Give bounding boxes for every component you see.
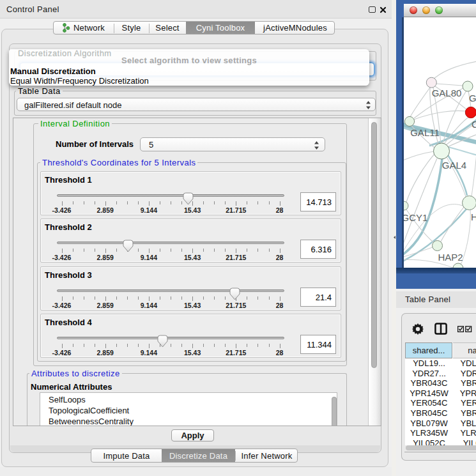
svg-text:GAL80: GAL80 — [432, 88, 462, 98]
svg-text:GCY1: GCY1 — [404, 212, 427, 223]
svg-text:HAP2: HAP2 — [438, 252, 463, 263]
svg-text:H: H — [471, 211, 476, 222]
svg-text:GAL4: GAL4 — [442, 160, 466, 171]
svg-text:GAL11: GAL11 — [410, 127, 440, 138]
svg-text:GA: GA — [469, 93, 476, 104]
svg-text:CY: CY — [472, 119, 476, 130]
